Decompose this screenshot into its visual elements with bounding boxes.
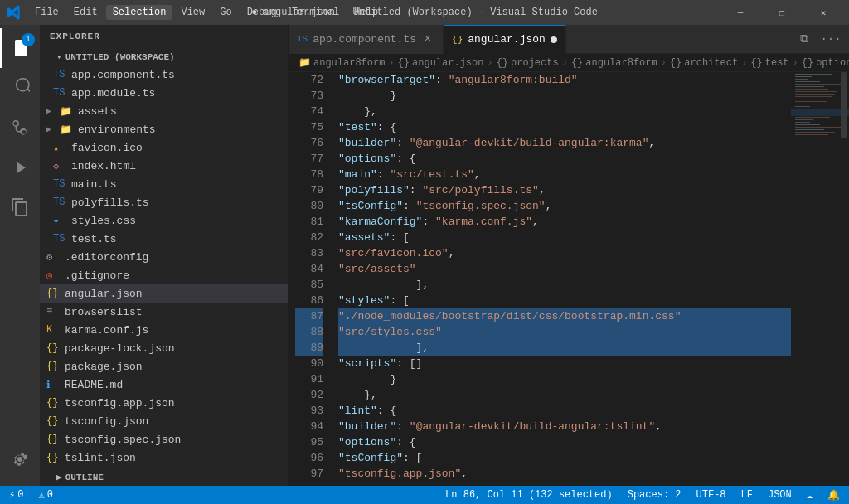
file-package-json[interactable]: {} package.json — [40, 357, 288, 376]
svg-rect-24 — [795, 132, 835, 133]
tab-actions: ⧉ ··· — [793, 27, 849, 51]
menu-selection[interactable]: Selection — [106, 5, 173, 20]
svg-rect-5 — [795, 84, 841, 85]
statusbar: ⚡ 0 ⚠ 0 Ln 86, Col 11 (132 selected) Spa… — [0, 486, 849, 504]
svg-rect-8 — [795, 91, 837, 92]
notifications-icon[interactable]: 🔔 — [825, 489, 842, 502]
warnings-indicator[interactable]: ⚠ 0 — [36, 489, 55, 502]
vscode-logo-icon — [7, 5, 22, 20]
folder-icon: 📁 — [60, 105, 75, 118]
git-file-icon: ◎ — [46, 269, 61, 282]
menu-go[interactable]: Go — [213, 5, 238, 20]
file-angular-json[interactable]: {} angular.json — [40, 284, 288, 303]
svg-rect-19 — [795, 119, 813, 120]
run-activity-icon[interactable] — [0, 148, 40, 187]
breadcrumb-projects[interactable]: {} projects — [497, 57, 559, 69]
file-favicon[interactable]: ★ favicon.ico — [40, 138, 288, 157]
menu-file[interactable]: File — [28, 5, 65, 20]
file-tslint-json[interactable]: {} tslint.json — [40, 448, 288, 467]
cursor-position[interactable]: Ln 86, Col 11 (132 selected) — [443, 489, 615, 501]
editor-content: 7273747576777879808182838485868788899091… — [289, 72, 849, 486]
file-package-lock-json[interactable]: {} package-lock.json — [40, 339, 288, 357]
file-readme-md[interactable]: ℹ README.md — [40, 376, 288, 394]
warning-icon: ⚠ — [38, 489, 44, 502]
source-control-activity-icon[interactable] — [0, 108, 40, 148]
ts-file-icon: TS — [53, 233, 68, 245]
search-activity-icon[interactable] — [0, 68, 40, 108]
errors-indicator[interactable]: ⚡ 0 — [7, 489, 26, 502]
file-polyfills-ts[interactable]: TS polyfills.ts — [40, 193, 288, 211]
close-button[interactable]: ✕ — [804, 0, 842, 25]
json-crumb-icon: {} — [398, 57, 410, 69]
svg-rect-3 — [795, 79, 808, 80]
breadcrumb-angular8form[interactable]: 📁 angular8form — [298, 56, 385, 69]
statusbar-right: Ln 86, Col 11 (132 selected) Spaces: 2 U… — [443, 489, 842, 502]
outline-section[interactable]: ▶ OUTLINE — [40, 468, 288, 486]
file-gitignore[interactable]: ◎ .gitignore — [40, 266, 288, 284]
file-test-ts[interactable]: TS test.ts — [40, 230, 288, 248]
svg-rect-18 — [795, 117, 830, 118]
workspace-label[interactable]: ▾ UNTITLED (WORKSPACE) — [40, 48, 288, 65]
titlebar: File Edit Selection View Go Debug Termin… — [0, 0, 849, 25]
tab-close-button[interactable]: × — [421, 32, 434, 46]
file-tsconfig-json[interactable]: {} tsconfig.json — [40, 412, 288, 430]
svg-rect-21 — [795, 124, 820, 125]
workspace-arrow-icon: ▾ — [56, 51, 62, 62]
extensions-activity-icon[interactable] — [0, 187, 40, 227]
line-ending[interactable]: LF — [739, 489, 755, 501]
json-file-icon: {} — [46, 397, 61, 409]
editor-area: TS app.component.ts × {} angular.json ⧉ … — [289, 25, 849, 486]
outline-arrow-icon: ▶ — [56, 472, 62, 482]
ts-file-icon: TS — [53, 178, 68, 190]
window-controls: — ❐ ✕ — [721, 0, 842, 25]
folder-assets[interactable]: ▶ 📁 assets — [40, 102, 288, 120]
svg-rect-6 — [795, 86, 824, 87]
sidebar-header: EXPLORER — [40, 25, 288, 48]
split-editor-button[interactable]: ⧉ — [793, 27, 816, 51]
breadcrumb-architect[interactable]: {} architect — [670, 57, 738, 69]
breadcrumb-options[interactable]: {} options — [802, 57, 849, 69]
svg-rect-0 — [791, 72, 849, 486]
cloud-sync-icon[interactable]: ☁ — [804, 489, 815, 502]
explorer-activity-icon[interactable]: 1 — [0, 28, 40, 68]
tab-app-component-ts[interactable]: TS app.component.ts × — [289, 25, 444, 54]
minimize-button[interactable]: — — [721, 0, 759, 25]
file-styles-css[interactable]: ✦ styles.css — [40, 211, 288, 230]
sidebar: EXPLORER ▾ UNTITLED (WORKSPACE) TS app.c… — [40, 25, 289, 486]
code-editor[interactable]: "browserTarget": "angular8form:build" } … — [330, 72, 791, 486]
file-browserslist[interactable]: ≡ browserslist — [40, 303, 288, 321]
menu-edit[interactable]: Edit — [67, 5, 104, 20]
file-app-module-ts[interactable]: TS app.module.ts — [40, 84, 288, 102]
indentation[interactable]: Spaces: 2 — [625, 489, 684, 501]
file-tsconfig-app-json[interactable]: {} tsconfig.app.json — [40, 394, 288, 412]
file-main-ts[interactable]: TS main.ts — [40, 175, 288, 193]
folder-arrow-icon: ▶ — [46, 106, 60, 116]
menu-view[interactable]: View — [174, 5, 211, 20]
json-tab-icon: {} — [452, 35, 463, 45]
folder-environments[interactable]: ▶ 📁 environments — [40, 120, 288, 138]
maximize-button[interactable]: ❐ — [763, 0, 801, 25]
folder-arrow-icon: ▶ — [46, 124, 60, 134]
file-tsconfig-spec-json[interactable]: {} tsconfig.spec.json — [40, 430, 288, 448]
tabs-bar: TS app.component.ts × {} angular.json ⧉ … — [289, 25, 849, 54]
svg-rect-10 — [795, 96, 832, 97]
tab-label: angular.json — [468, 33, 546, 46]
error-icon: ⚡ — [9, 489, 15, 502]
json-file-icon: {} — [46, 342, 61, 354]
breadcrumb-test[interactable]: {} test — [750, 57, 788, 69]
file-karma-conf[interactable]: K karma.conf.js — [40, 321, 288, 339]
svg-rect-9 — [795, 94, 835, 94]
settings-activity-icon[interactable] — [0, 439, 40, 479]
file-index-html[interactable]: ◇ index.html — [40, 157, 288, 175]
breadcrumb-angular8form2[interactable]: {} angular8form — [571, 57, 657, 69]
encoding[interactable]: UTF-8 — [694, 489, 729, 501]
more-actions-button[interactable]: ··· — [819, 27, 842, 51]
breadcrumb-angular-json[interactable]: {} angular.json — [398, 57, 484, 69]
config-file-icon: ⚙ — [46, 251, 61, 264]
svg-rect-20 — [795, 122, 810, 123]
language-mode[interactable]: JSON — [765, 489, 794, 501]
file-app-component-ts[interactable]: TS app.component.ts — [40, 65, 288, 84]
file-editorconfig[interactable]: ⚙ .editorconfig — [40, 248, 288, 266]
ts-file-icon: TS — [53, 87, 68, 99]
tab-angular-json[interactable]: {} angular.json — [444, 25, 566, 54]
